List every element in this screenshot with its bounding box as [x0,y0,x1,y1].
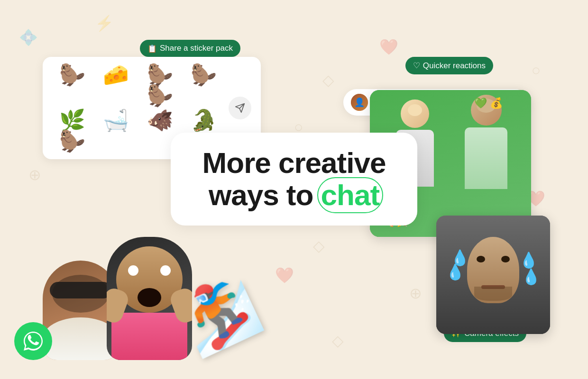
sticker-item: 🦫 [52,64,92,106]
bg-deco: ⊕ [409,284,422,302]
reaction-avatar: 👤 [351,94,368,111]
bg-deco: ❤️ [379,38,398,56]
headline-line1: More creative [194,147,394,179]
bg-deco: ◇ [313,237,325,255]
sticker-pack-label: Share a sticker pack [160,44,233,53]
bg-deco: ❤️ [275,266,294,284]
sticker-item: 🛁 [96,110,137,152]
sticker-item: 🦫🦫 [140,64,180,106]
heart-icon: ♡ [413,61,420,71]
whatsapp-circle [14,322,52,360]
bg-deco: ◇ [332,332,344,350]
whatsapp-logo [14,322,52,360]
badge-sticker-pack: 📋 Share a sticker pack [140,40,240,57]
headline-chat-word: chat [321,179,379,211]
main-content: 💠 ⚡ ❤️ ◇ ○ ⊕ ◇ ❤️ ⊕ ◇ 💠 ○ ○ ❤️ ⊛ 📋 Share… [0,0,588,379]
headline-line2: ways to chat [194,179,394,211]
sticker-item: 🦫 [184,64,224,106]
headline-box: More creative ways to chat [171,133,417,226]
bg-deco: ◇ [322,71,334,89]
sticker-item: 🧀 [96,64,137,106]
sticker-item: 🌿🦫 [52,110,92,152]
sticker-pack-icon: 📋 [147,44,157,53]
badge-quick-reactions: ♡ Quicker reactions [405,57,493,74]
headline-prefix: ways to [209,179,321,211]
send-button[interactable] [229,97,251,119]
man-photo-content: 💧 💧 💧 💧 [436,216,550,334]
bg-deco: ⊕ [28,166,41,184]
bg-deco: 💠 [19,28,38,46]
man-photo-card: 💧 💧 💧 💧 [436,216,550,334]
bg-deco: ⚡ [95,14,114,32]
quick-reactions-label: Quicker reactions [423,61,486,71]
bg-deco: ○ [532,62,541,79]
